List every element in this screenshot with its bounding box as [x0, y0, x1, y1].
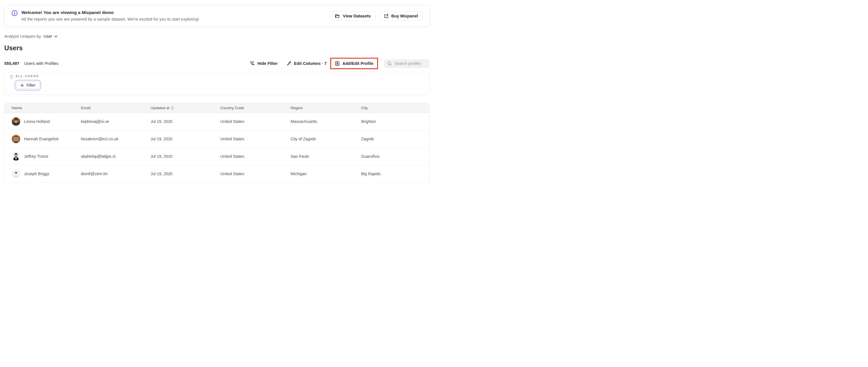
table-row[interactable]: Leona Holland kephesaj@si.ve Jul 19, 202…	[5, 113, 429, 130]
user-region: Michigan	[290, 172, 361, 176]
add-edit-profile-button[interactable]: Add/Edit Profile	[335, 61, 373, 66]
user-city: Zagreb	[361, 136, 429, 141]
user-updated-at: Jul 19, 2020	[151, 119, 220, 124]
edit-columns-button[interactable]: Edit Columns · 7	[286, 61, 327, 66]
avatar	[12, 117, 20, 126]
user-email: kephesaj@si.ve	[81, 119, 151, 124]
profiles-count: 555,497	[4, 61, 19, 66]
search-icon	[387, 61, 392, 66]
analyze-uniques-label: Analyze Uniques by	[4, 34, 41, 38]
table-row[interactable]: Hannah Evangelisti hesakrem@ezi.co.uk Ju…	[5, 130, 429, 148]
banner-title: Welcome! You are viewing a Mixpanel demo	[22, 10, 199, 16]
hide-filter-label: Hide Filter	[257, 61, 278, 66]
buy-mixpanel-button[interactable]: Buy Mixpanel	[379, 11, 423, 21]
user-country: United States	[220, 154, 290, 159]
demo-banner: Welcome! You are viewing a Mixpanel demo…	[4, 5, 430, 27]
add-edit-profile-label: Add/Edit Profile	[342, 61, 373, 66]
chevron-down-icon	[54, 35, 57, 37]
sort-icon	[171, 106, 174, 110]
user-city: Big Rapids	[361, 172, 429, 176]
users-page: Welcome! You are viewing a Mixpanel demo…	[0, 0, 434, 183]
banner-subtitle: All the reports you see are powered by a…	[22, 16, 199, 22]
plus-icon	[20, 84, 24, 87]
info-icon	[11, 10, 18, 16]
analyze-by-select[interactable]: User	[43, 34, 57, 38]
user-region: Sao Paulo	[290, 154, 361, 159]
filter-group-card: ALL USERS Filter	[4, 72, 430, 95]
column-header-city[interactable]: City	[361, 106, 429, 110]
annotation-highlight: Add/Edit Profile	[330, 58, 378, 69]
column-header-name[interactable]: Name	[12, 106, 81, 110]
column-header-country-code[interactable]: Country Code	[220, 106, 290, 110]
edit-columns-label: Edit Columns · 7	[294, 61, 327, 66]
avatar	[12, 170, 20, 178]
column-header-email[interactable]: Email	[81, 106, 151, 110]
user-country: United States	[220, 119, 290, 124]
avatar	[12, 134, 20, 143]
user-city: Brighton	[361, 119, 429, 124]
user-email: hesakrem@ezi.co.uk	[81, 136, 151, 141]
user-name: Jeffrey Troost	[24, 154, 48, 159]
profiles-count-label: Users with Profiles	[24, 61, 58, 66]
analyze-by-value: User	[43, 34, 52, 38]
drag-handle-icon[interactable]	[10, 74, 13, 79]
user-city: Guarulhos	[361, 154, 429, 159]
user-updated-at: Jul 19, 2020	[151, 136, 220, 141]
filter-focus-ring: Filter	[14, 80, 41, 91]
page-title: Users	[4, 44, 23, 52]
buy-mixpanel-label: Buy Mixpanel	[392, 14, 418, 18]
user-updated-at: Jul 19, 2020	[151, 154, 220, 159]
hide-filter-button[interactable]: Hide Filter	[250, 61, 278, 66]
user-region: Massachusetts	[290, 119, 361, 124]
users-table: Name Email Updated at Country Code Regio…	[4, 103, 430, 183]
user-name: Joseph Briggs	[24, 172, 50, 176]
add-filter-label: Filter	[27, 83, 35, 88]
view-datasets-button[interactable]: View Datasets	[330, 11, 375, 21]
search-input[interactable]	[395, 61, 428, 66]
pencil-icon	[286, 61, 291, 66]
table-row[interactable]: Jeffrey Troost okahelop@lalijpe.sl Jul 1…	[5, 148, 429, 165]
user-email: okahelop@lalijpe.sl	[81, 154, 151, 159]
user-name: Leona Holland	[24, 119, 50, 124]
user-updated-at: Jul 19, 2020	[151, 172, 220, 176]
user-country: United States	[220, 136, 290, 141]
user-email: domfi@zem.kh	[81, 172, 151, 176]
user-name: Hannah Evangelisti	[24, 136, 59, 141]
view-datasets-label: View Datasets	[343, 14, 371, 18]
table-header-row: Name Email Updated at Country Code Regio…	[5, 103, 429, 113]
filter-funnel-icon	[250, 61, 255, 66]
column-header-updated-at[interactable]: Updated at	[151, 106, 220, 110]
user-region: City of Zagreb	[290, 136, 361, 141]
external-link-icon	[384, 14, 389, 18]
search-profiles-box	[384, 59, 430, 68]
user-country: United States	[220, 172, 290, 176]
column-header-region[interactable]: Region	[290, 106, 361, 110]
folder-icon	[335, 14, 340, 18]
all-users-label: ALL USERS	[16, 74, 39, 78]
avatar	[12, 152, 20, 161]
add-filter-button[interactable]: Filter	[16, 82, 39, 89]
profile-badge-icon	[335, 61, 340, 66]
table-row[interactable]: Joseph Briggs domfi@zem.kh Jul 19, 2020 …	[5, 165, 429, 183]
